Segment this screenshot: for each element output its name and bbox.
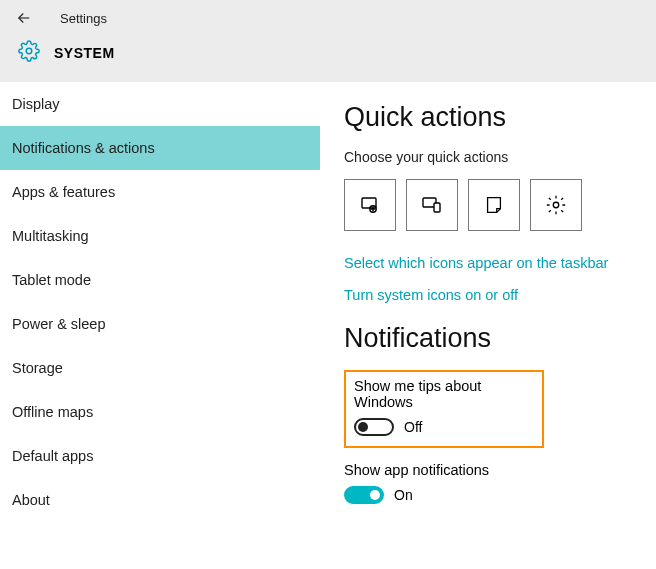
svg-point-5	[553, 202, 559, 208]
connect-icon	[420, 193, 444, 217]
sidebar: Display Notifications & actions Apps & f…	[0, 82, 320, 569]
highlight-box: Show me tips about Windows Off	[344, 370, 544, 448]
tablet-mode-icon	[358, 193, 382, 217]
sidebar-item-tablet-mode[interactable]: Tablet mode	[0, 258, 320, 302]
sidebar-item-power-sleep[interactable]: Power & sleep	[0, 302, 320, 346]
qa-tile-settings[interactable]	[530, 179, 582, 231]
tips-toggle[interactable]	[354, 418, 394, 436]
sidebar-item-storage[interactable]: Storage	[0, 346, 320, 390]
svg-rect-4	[434, 203, 440, 212]
link-taskbar-icons[interactable]: Select which icons appear on the taskbar	[344, 255, 632, 271]
sidebar-item-about[interactable]: About	[0, 478, 320, 522]
settings-gear-icon	[545, 194, 567, 216]
quick-actions-subtext: Choose your quick actions	[344, 149, 632, 165]
window-title: Settings	[60, 11, 107, 26]
sidebar-item-notifications[interactable]: Notifications & actions	[0, 126, 320, 170]
content-pane: Quick actions Choose your quick actions …	[320, 82, 656, 569]
qa-tile-connect[interactable]	[406, 179, 458, 231]
back-button[interactable]	[8, 2, 40, 34]
tips-label: Show me tips about Windows	[354, 378, 534, 410]
qa-tile-tablet-mode[interactable]	[344, 179, 396, 231]
app-notifications-toggle[interactable]	[344, 486, 384, 504]
sidebar-item-display[interactable]: Display	[0, 82, 320, 126]
quick-actions-tiles	[344, 179, 632, 231]
sidebar-item-multitasking[interactable]: Multitasking	[0, 214, 320, 258]
gear-icon	[18, 40, 40, 65]
arrow-left-icon	[15, 9, 33, 27]
sidebar-item-default-apps[interactable]: Default apps	[0, 434, 320, 478]
note-icon	[483, 194, 505, 216]
svg-point-0	[26, 48, 32, 54]
notifications-heading: Notifications	[344, 323, 632, 354]
sidebar-item-offline-maps[interactable]: Offline maps	[0, 390, 320, 434]
section-title: SYSTEM	[54, 45, 115, 61]
quick-actions-heading: Quick actions	[344, 102, 632, 133]
qa-tile-note[interactable]	[468, 179, 520, 231]
window-header: Settings SYSTEM	[0, 0, 656, 82]
app-notifications-state: On	[394, 487, 413, 503]
sidebar-item-apps[interactable]: Apps & features	[0, 170, 320, 214]
link-system-icons[interactable]: Turn system icons on or off	[344, 287, 632, 303]
tips-state: Off	[404, 419, 422, 435]
app-notifications-label: Show app notifications	[344, 462, 632, 478]
